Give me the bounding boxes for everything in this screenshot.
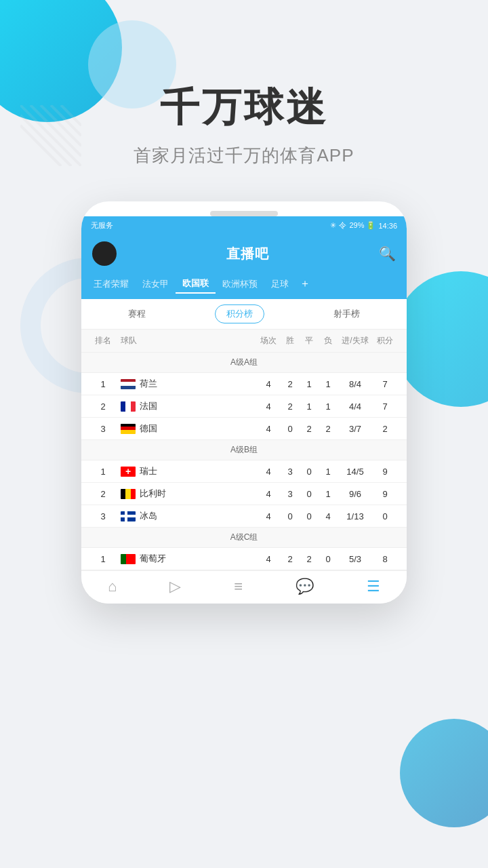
table-row[interactable]: 1 瑞士 4 3 0 1 14/5 9 — [81, 460, 407, 483]
standings-table: 排名 球队 场次 胜 平 负 进/失球 积分 A级A组 1 荷兰 4 2 1 1 — [81, 330, 407, 570]
table-row[interactable]: 2 法国 4 2 1 1 4/4 7 — [81, 395, 407, 418]
hero-subtitle: 首家月活过千万的体育APP — [0, 144, 488, 167]
header-played: 场次 — [256, 335, 281, 347]
search-icon[interactable]: 🔍 — [379, 245, 396, 262]
header-win: 胜 — [281, 335, 300, 347]
table-row[interactable]: 1 葡萄牙 4 2 2 0 5/3 8 — [81, 548, 407, 570]
hero-title: 千万球迷 — [0, 81, 488, 134]
flag-pt — [121, 554, 136, 564]
group-a-header: A级A组 — [81, 353, 407, 373]
flag-de — [121, 424, 136, 434]
phone-mockup: 无服务 ✳ 令 29% 🔋 14:36 直播吧 🔍 王者荣耀 法女甲 欧国联 欧… — [0, 201, 488, 604]
battery-text: 29% 🔋 — [349, 221, 375, 230]
table-row[interactable]: 3 冰岛 4 0 0 4 1/13 0 — [81, 505, 407, 528]
header-team: 球队 — [115, 335, 256, 347]
flag-be — [121, 489, 136, 499]
subnav-scorers[interactable]: 射手榜 — [323, 305, 371, 323]
subnav-schedule[interactable]: 赛程 — [117, 305, 157, 323]
group-c-header: A级C组 — [81, 528, 407, 548]
header-rank: 排名 — [91, 335, 115, 347]
status-service: 无服务 — [91, 220, 113, 231]
list-icon: ☰ — [367, 578, 380, 595]
table-row[interactable]: 3 德国 4 0 2 2 3/7 2 — [81, 418, 407, 440]
chat-icon: 💬 — [296, 578, 314, 595]
app-header: 直播吧 🔍 — [81, 235, 407, 274]
flag-fr — [121, 401, 136, 412]
subnav-standings[interactable]: 积分榜 — [215, 304, 264, 323]
table-header-row: 排名 球队 场次 胜 平 负 进/失球 积分 — [81, 330, 407, 353]
add-tab-button[interactable]: ＋ — [296, 274, 314, 294]
bottom-nav: ⌂ ▷ ≡ 💬 ☰ — [81, 570, 407, 604]
wifi-icon: 令 — [339, 220, 346, 231]
header-gd: 进/失球 — [338, 335, 373, 347]
bottom-nav-list[interactable]: ☰ — [367, 578, 380, 595]
tab-足球[interactable]: 足球 — [264, 275, 296, 293]
header-lose: 负 — [319, 335, 338, 347]
status-right: ✳ 令 29% 🔋 14:36 — [330, 220, 397, 231]
bottom-nav-play[interactable]: ▷ — [169, 578, 181, 595]
bluetooth-icon: ✳ — [330, 221, 336, 230]
app-title: 直播吧 — [226, 245, 269, 263]
group-b-header: A级B组 — [81, 440, 407, 460]
flag-nl — [121, 379, 136, 389]
flag-ch — [121, 467, 136, 477]
tab-王者荣耀[interactable]: 王者荣耀 — [87, 275, 136, 293]
nav-tabs: 王者荣耀 法女甲 欧国联 欧洲杯预 足球 ＋ — [81, 274, 407, 299]
bottom-nav-news[interactable]: ≡ — [234, 578, 243, 595]
play-icon: ▷ — [169, 578, 181, 595]
table-row[interactable]: 2 比利时 4 3 0 1 9/6 9 — [81, 483, 407, 505]
bottom-nav-chat[interactable]: 💬 — [296, 578, 314, 595]
phone-frame: 无服务 ✳ 令 29% 🔋 14:36 直播吧 🔍 王者荣耀 法女甲 欧国联 欧… — [81, 201, 407, 604]
tab-欧国联[interactable]: 欧国联 — [176, 275, 216, 294]
sub-nav: 赛程 积分榜 射手榜 — [81, 299, 407, 330]
bottom-nav-home[interactable]: ⌂ — [108, 578, 117, 595]
avatar[interactable] — [92, 241, 117, 266]
home-icon: ⌂ — [108, 578, 117, 595]
time: 14:36 — [378, 222, 397, 230]
phone-notch — [210, 211, 278, 216]
flag-is — [121, 511, 136, 521]
news-icon: ≡ — [234, 578, 243, 595]
hero-section: 千万球迷 首家月活过千万的体育APP — [0, 0, 488, 167]
table-row[interactable]: 1 荷兰 4 2 1 1 8/4 7 — [81, 373, 407, 395]
header-pts: 积分 — [373, 335, 397, 347]
tab-法女甲[interactable]: 法女甲 — [136, 275, 176, 293]
bg-decoration-circle-br — [400, 719, 488, 827]
tab-欧洲杯预[interactable]: 欧洲杯预 — [216, 275, 264, 293]
header-draw: 平 — [300, 335, 319, 347]
status-bar: 无服务 ✳ 令 29% 🔋 14:36 — [81, 216, 407, 235]
